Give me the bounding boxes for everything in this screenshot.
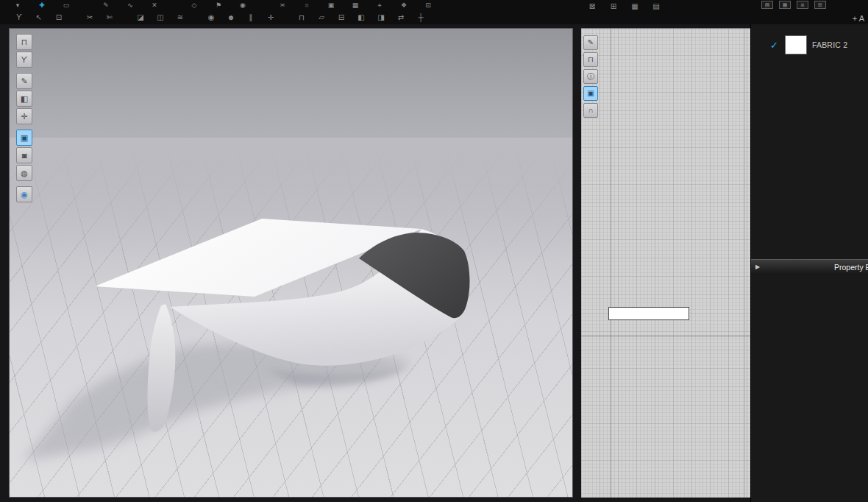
pattern-guide-horizontal <box>581 336 750 336</box>
pattern-piece[interactable] <box>608 307 689 320</box>
garment-3d[interactable] <box>10 29 573 498</box>
fabric-swatch[interactable] <box>785 35 807 54</box>
select-box-icon[interactable]: ⊡ <box>51 12 66 23</box>
seam-allowance-icon[interactable]: ≍ <box>275 1 290 10</box>
left-panel-icon[interactable]: ◧ <box>354 12 369 23</box>
right-panel-icon[interactable]: ◨ <box>374 12 388 23</box>
style-line-icon[interactable]: ✎ <box>583 35 598 50</box>
segment-sewing-icon[interactable]: ✂ <box>82 12 97 23</box>
pattern-outline-icon[interactable]: ◫ <box>153 12 168 23</box>
buttonhole-tool-icon[interactable]: ◉ <box>235 1 250 10</box>
object-browser-icon[interactable]: ▦ <box>779 1 791 9</box>
add-button[interactable]: + A <box>853 14 864 23</box>
fabric-list-item[interactable]: ✓ FABRIC 2 <box>751 34 868 56</box>
buttonhole-icon[interactable]: ☻ <box>224 12 238 23</box>
show-environment-icon[interactable]: ◉ <box>16 186 32 202</box>
pattern-2d-toolbar: ✎⊓ⓘ▣∩ <box>583 35 598 118</box>
free-sewing-icon[interactable]: ✄ <box>102 12 117 23</box>
show-pressure-icon[interactable]: ◙ <box>16 147 32 163</box>
top-toolbar: ▾✚▭✎∿✕◇⚑◉≍⌗▣▦⌖❖⊡ ϒ↖⊡✂✄◪◫≋◉☻∥✛⊓▱⊟◧◨⇄┼ ⊠⊞▦… <box>0 0 868 24</box>
sync-view-icon[interactable]: ⇄ <box>394 12 408 23</box>
zipper-icon[interactable]: ∥ <box>243 12 258 23</box>
dart-tool-icon[interactable]: ◇ <box>187 1 202 10</box>
pin-icon[interactable]: ✛ <box>263 12 278 23</box>
property-editor-title: Property E <box>834 263 868 272</box>
fabric-tool-icon[interactable]: ▣ <box>324 1 338 10</box>
check-icon: ✓ <box>770 40 778 51</box>
texture-2d-icon[interactable]: ▤ <box>649 1 664 12</box>
layout-panel-icon[interactable]: ⊞ <box>814 1 826 9</box>
pattern-guide-vertical-right <box>744 29 745 498</box>
pen-tool-icon[interactable]: ✎ <box>99 1 113 10</box>
right-panel: ✓ FABRIC 2 ▶ Property E <box>750 24 868 502</box>
history-panel-icon[interactable]: ≣ <box>797 1 808 9</box>
flatten-icon[interactable]: ▱ <box>314 12 329 23</box>
show-fabric-2d-icon[interactable]: ▣ <box>583 86 598 101</box>
pattern-info-icon[interactable]: ⓘ <box>583 69 598 84</box>
toolbar-right-group: ▤▦≣⊞ <box>761 1 826 9</box>
clo3d-app: ▾✚▭✎∿✕◇⚑◉≍⌗▣▦⌖❖⊡ ϒ↖⊡✂✄◪◫≋◉☻∥✛⊓▱⊟◧◨⇄┼ ⊠⊞▦… <box>0 0 868 502</box>
slider-display-icon[interactable]: ⊟ <box>334 12 349 23</box>
show-garment-2d-icon[interactable]: ⊓ <box>583 52 598 67</box>
fit-2d-view-icon[interactable]: ⊠ <box>585 1 600 12</box>
simulate-icon[interactable]: ϒ <box>12 12 26 23</box>
pattern-2d-window[interactable]: ✎⊓ⓘ▣∩ <box>581 28 750 498</box>
select-move-icon[interactable]: ↖ <box>32 12 46 23</box>
add-point-tool-icon[interactable]: ✚ <box>35 1 49 10</box>
zoom-extents-icon[interactable]: ⊡ <box>421 1 435 10</box>
show-pin-icon[interactable]: ✛ <box>16 108 32 124</box>
trace-tool-icon[interactable]: ✕ <box>147 1 162 10</box>
viewport-3d-toolbar: ⊓ϒ✎◧✛▣◙◍◉ <box>16 34 32 202</box>
lock-pattern-icon[interactable]: ∩ <box>583 103 598 118</box>
show-seamline-icon[interactable]: ◧ <box>16 91 32 107</box>
toolbar-row-1: ▾✚▭✎∿✕◇⚑◉≍⌗▣▦⌖❖⊡ <box>10 0 435 10</box>
show-avatar-icon[interactable]: ϒ <box>16 52 32 68</box>
measure-tool-icon[interactable]: ⌖ <box>372 1 387 10</box>
pattern-guide-vertical <box>611 29 611 498</box>
collapse-arrow-icon[interactable]: ▶ <box>755 264 760 271</box>
grading-tool-icon[interactable]: ⌗ <box>299 1 314 10</box>
library-panel-icon[interactable]: ▤ <box>761 1 773 9</box>
property-editor-header[interactable]: ▶ Property E <box>751 259 868 274</box>
fabric-name: FABRIC 2 <box>812 40 847 49</box>
rectangle-tool-icon[interactable]: ▭ <box>59 1 74 10</box>
annotation-tool-icon[interactable]: ❖ <box>396 1 411 10</box>
menu-collapse-icon[interactable]: ▾ <box>10 1 25 10</box>
texture-tool-icon[interactable]: ▦ <box>348 1 363 10</box>
button-icon[interactable]: ◉ <box>204 12 218 23</box>
grid-2d-icon[interactable]: ▦ <box>627 1 642 12</box>
curve-tool-icon[interactable]: ∿ <box>123 1 138 10</box>
show-fabric-icon[interactable]: ▣ <box>16 130 32 146</box>
show-strain-icon[interactable]: ◍ <box>16 165 32 181</box>
show-garment-icon[interactable]: ⊓ <box>16 34 32 50</box>
zoom-2d-icon[interactable]: ⊞ <box>606 1 621 12</box>
align-guides-icon[interactable]: ┼ <box>413 12 428 23</box>
viewport-3d[interactable]: ⊓ϒ✎◧✛▣◙◍◉ <box>9 28 573 498</box>
notch-tool-icon[interactable]: ⚑ <box>211 1 226 10</box>
shirt-display-icon[interactable]: ⊓ <box>294 12 309 23</box>
show-3d-pen-icon[interactable]: ✎ <box>16 73 32 89</box>
toolbar-2d-group: ⊠⊞▦▤ <box>585 1 664 12</box>
fold-arrangement-icon[interactable]: ◪ <box>133 12 148 23</box>
toolbar-row-2: ϒ↖⊡✂✄◪◫≋◉☻∥✛⊓▱⊟◧◨⇄┼ <box>12 10 428 24</box>
steam-icon[interactable]: ≋ <box>173 12 188 23</box>
